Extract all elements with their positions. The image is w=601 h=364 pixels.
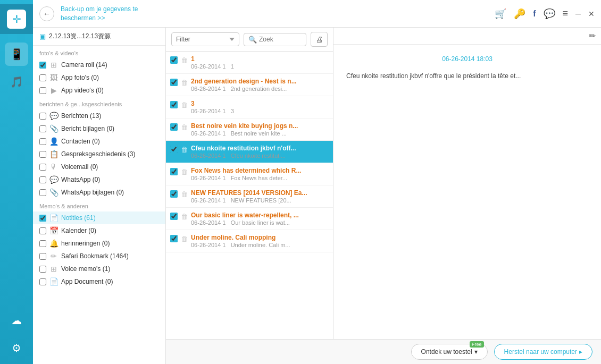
message-item-7[interactable]: 🗑 NEW FEATURES [2014 VERSION] Ea... 06-2…: [166, 185, 333, 208]
print-button[interactable]: 🖨: [311, 32, 328, 47]
msg-body-2: 2nd generation design - Nest is n... 06-…: [191, 78, 329, 92]
msg-checkbox-1[interactable]: [170, 56, 178, 64]
msg-checkbox-5[interactable]: [170, 146, 178, 153]
msg-delete-6[interactable]: 🗑: [181, 168, 188, 176]
msg-checkbox-7[interactable]: [170, 190, 178, 198]
msg-delete-7[interactable]: 🗑: [181, 190, 188, 198]
msg-delete-3[interactable]: 🗑: [181, 101, 188, 109]
msg-date-9: 06-26-2014 1 Under moline. Cali m...: [191, 242, 329, 248]
music-nav-btn[interactable]: 🎵: [5, 70, 28, 94]
checkbox-kalender[interactable]: [39, 227, 46, 234]
checkbox-whatsapp[interactable]: [39, 176, 46, 183]
voice-memos-icon: ⊞: [49, 265, 58, 273]
checkbox-notities[interactable]: [39, 215, 46, 222]
msg-date-text-3: 06-26-2014 1: [191, 108, 226, 114]
sidebar-item-safari-bookmark[interactable]: ✏ Safari Bookmark (1464): [33, 250, 165, 263]
backup-link[interactable]: Back-up om je gegevens te beschermen >>: [61, 5, 495, 23]
bubble-icon[interactable]: 💬: [544, 8, 555, 20]
checkbox-contacten[interactable]: [39, 138, 46, 145]
sidebar-item-voice-memos[interactable]: ⊞ Voice memo's (1): [33, 263, 165, 275]
phone-nav-btn[interactable]: 📱: [5, 43, 28, 66]
msg-delete-1[interactable]: 🗑: [181, 56, 188, 64]
content-area: ▣ 2.12.13资...12.13资源 foto's & video's ⊞ …: [33, 28, 601, 364]
filter-select[interactable]: Filter: [171, 32, 239, 46]
message-item-9[interactable]: 🗑 Under moline. Cali mopping 06-26-2014 …: [166, 230, 333, 252]
restore-button[interactable]: Herstel naar uw computer ▸: [494, 344, 592, 360]
cloud-nav-btn[interactable]: ☁: [5, 309, 28, 332]
message-item-4[interactable]: 🗑 Best noire vein kite buying jogs n... …: [166, 118, 333, 141]
checkbox-app-fotos[interactable]: [39, 74, 46, 81]
msg-title-3: 3: [191, 100, 329, 107]
search-icon: 🔍: [248, 36, 257, 44]
checkbox-bericht-bijlagen[interactable]: [39, 125, 46, 132]
sidebar-item-bericht-bijlagen[interactable]: 📎 Bericht bijlagen (0): [33, 122, 165, 135]
tools-nav-btn[interactable]: ⚙: [5, 336, 28, 360]
message-item-3[interactable]: 🗑 3 06-26-2014 1 3: [166, 96, 333, 118]
msg-date-5: 06-26-2014 1 Cfeu nkoite restituti...: [191, 153, 329, 159]
checkbox-app-document[interactable]: [39, 278, 46, 285]
back-button[interactable]: ←: [39, 6, 54, 21]
msg-preview-1: 1: [231, 63, 234, 70]
msg-delete-5[interactable]: 🗑: [181, 146, 188, 154]
key-icon[interactable]: 🔑: [514, 8, 525, 20]
sidebar-item-gespreksgeschiedenis[interactable]: 📋 Gespreksgeschiedenis (3): [33, 148, 165, 160]
checkbox-gespreksgeschiedenis[interactable]: [39, 151, 46, 158]
cart-icon[interactable]: 🛒: [495, 8, 506, 20]
message-list: Filter 🔍 🖨 🗑 1: [166, 28, 333, 339]
msg-checkbox-9[interactable]: [170, 235, 178, 242]
discover-button[interactable]: Free Ontdek uw toestel ▾: [411, 344, 488, 360]
sidebar-item-contacten[interactable]: 👤 Contacten (0): [33, 135, 165, 148]
sidebar-item-kalender[interactable]: 📅 Kalender (0): [33, 224, 165, 237]
msg-date-text-8: 06-26-2014 1: [191, 219, 226, 226]
checkbox-berichten[interactable]: [39, 113, 46, 120]
msg-title-7: NEW FEATURES [2014 VERSION] Ea...: [191, 189, 329, 197]
message-item-5[interactable]: 🗑 Cfeu nkoite restitution jkbvf n'off...…: [166, 141, 333, 163]
msg-preview-9: Under moline. Cali m...: [231, 242, 290, 248]
sidebar-item-app-fotos[interactable]: 🖼 App foto's (0): [33, 71, 165, 84]
msg-delete-9[interactable]: 🗑: [181, 235, 188, 243]
checkbox-app-videos[interactable]: [39, 87, 46, 94]
app-fotos-label: App foto's (0): [61, 74, 159, 81]
checkbox-whatsapp-bijlagen[interactable]: [39, 189, 46, 196]
msg-checkbox-3[interactable]: [170, 101, 178, 108]
msg-checkbox-8[interactable]: [170, 213, 178, 220]
sidebar-item-herinneringen[interactable]: 🔔 herinneringen (0): [33, 237, 165, 250]
menu-icon[interactable]: ≡: [563, 8, 569, 19]
sidebar-item-berichten[interactable]: 💬 Berichten (13): [33, 109, 165, 122]
sidebar-item-camera-roll[interactable]: ⊞ Camera roll (14): [33, 58, 165, 71]
message-item-1[interactable]: 🗑 1 06-26-2014 1 1: [166, 52, 333, 74]
msg-delete-8[interactable]: 🗑: [181, 213, 188, 221]
checkbox-voice-memos[interactable]: [39, 266, 46, 273]
checkbox-camera-roll[interactable]: [39, 62, 46, 69]
app-fotos-icon: 🖼: [49, 73, 58, 82]
sidebar-item-voicemail[interactable]: 🎙 Voicemail (0): [33, 160, 165, 173]
close-icon[interactable]: ✕: [588, 10, 595, 18]
facebook-icon[interactable]: f: [533, 9, 536, 19]
berichten-label: Berichten (13): [61, 112, 159, 120]
msg-checkbox-2[interactable]: [170, 79, 178, 86]
msg-date-text-1: 06-26-2014 1: [191, 63, 226, 70]
message-item-6[interactable]: 🗑 Fox News has determined which R... 06-…: [166, 163, 333, 185]
sidebar-item-app-document[interactable]: 📄 App Document (0): [33, 275, 165, 288]
checkbox-herinneringen[interactable]: [39, 240, 46, 247]
msg-checkbox-6[interactable]: [170, 168, 178, 175]
sidebar-item-whatsapp[interactable]: 💬 WhatsApp (0): [33, 173, 165, 186]
sidebar-item-whatsapp-bijlagen[interactable]: 📎 WhatsApp bijlagen (0): [33, 186, 165, 199]
sidebar-item-notities[interactable]: 📄 Notities (61): [33, 211, 165, 224]
msg-delete-2[interactable]: 🗑: [181, 79, 188, 87]
minimize-icon[interactable]: ─: [575, 10, 581, 18]
msg-checkbox-4[interactable]: [170, 123, 178, 131]
msg-body-6: Fox News has determined which R... 06-26…: [191, 167, 329, 181]
checkbox-voicemail[interactable]: [39, 164, 46, 171]
search-input[interactable]: [259, 36, 302, 43]
sidebar-item-app-videos[interactable]: ▶ App video's (0): [33, 84, 165, 97]
edit-icon[interactable]: ✏: [589, 31, 596, 41]
message-item-2[interactable]: 🗑 2nd generation design - Nest is n... 0…: [166, 74, 333, 96]
discover-label: Ontdek uw toestel: [421, 348, 472, 355]
msg-date-2: 06-26-2014 1 2nd generation desi...: [191, 86, 329, 92]
msg-delete-4[interactable]: 🗑: [181, 123, 188, 131]
msg-title-4: Best noire vein kite buying jogs n...: [191, 122, 329, 130]
message-item-8[interactable]: 🗑 Our basic liner is water-repellent, ..…: [166, 208, 333, 230]
sidebar: ▣ 2.12.13资...12.13资源 foto's & video's ⊞ …: [33, 28, 166, 364]
checkbox-safari-bookmark[interactable]: [39, 253, 46, 260]
